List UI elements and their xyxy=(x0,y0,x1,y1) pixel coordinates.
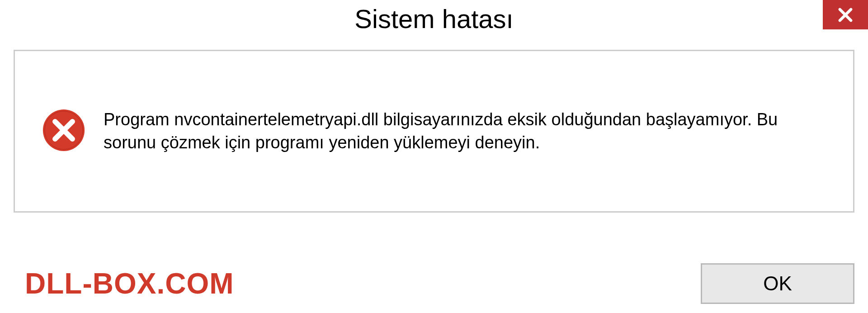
ok-button-label: OK xyxy=(763,272,792,295)
title-bar: Sistem hatası xyxy=(0,0,868,41)
dialog-footer: DLL-BOX.COM OK xyxy=(0,263,868,304)
watermark-text: DLL-BOX.COM xyxy=(25,267,234,300)
dialog-title: Sistem hatası xyxy=(354,4,513,34)
error-icon-wrapper xyxy=(42,109,85,154)
ok-button[interactable]: OK xyxy=(701,263,854,304)
close-button[interactable] xyxy=(823,0,868,29)
error-icon xyxy=(42,109,85,152)
error-message: Program nvcontainertelemetryapi.dll bilg… xyxy=(104,108,826,155)
close-icon xyxy=(836,5,855,24)
dialog-content: Program nvcontainertelemetryapi.dll bilg… xyxy=(14,50,854,213)
